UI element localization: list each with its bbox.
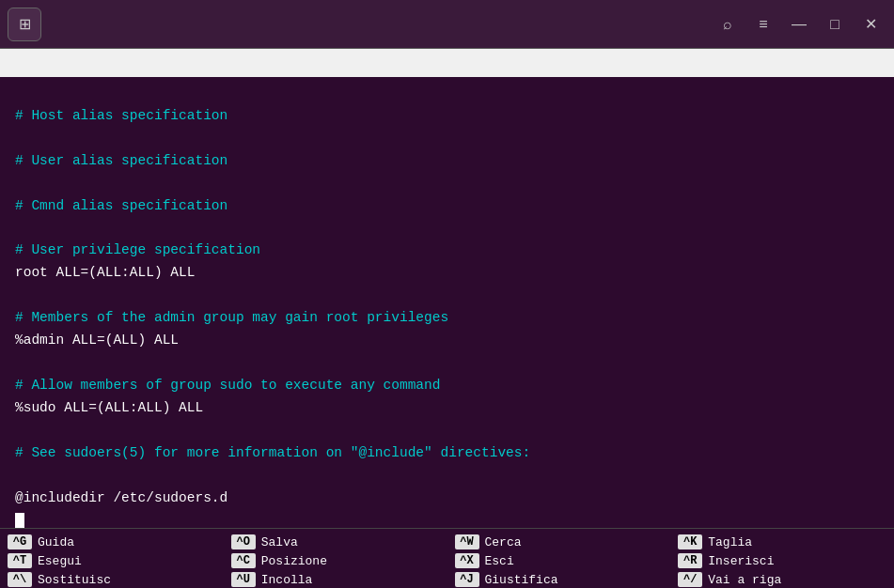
- maximize-button[interactable]: □: [819, 8, 851, 40]
- shortcut-item: ^TEsegui: [0, 551, 224, 570]
- titlebar-left: ⊞: [8, 8, 41, 41]
- text-cursor: [15, 513, 24, 528]
- minimize-icon: —: [792, 16, 807, 33]
- editor-comment-line: # User alias specification: [15, 150, 879, 173]
- editor-blank-line: [15, 128, 879, 150]
- search-icon: ⌕: [723, 16, 732, 33]
- shortcut-label: Giustifica: [485, 573, 558, 587]
- shortcut-label: Incolla: [261, 573, 313, 587]
- shortcut-item: ^UIncolla: [224, 570, 447, 588]
- editor-blank-line: [15, 420, 879, 442]
- shortcut-key: ^R: [678, 553, 702, 568]
- editor-blank-line: [15, 83, 879, 105]
- shortcut-label: Taglia: [708, 535, 752, 549]
- maximize-icon: □: [830, 16, 839, 33]
- shortcut-key: ^T: [8, 553, 32, 568]
- shortcut-item: ^CPosizione: [224, 551, 447, 570]
- editor-comment-line: # Allow members of group sudo to execute…: [15, 375, 879, 397]
- close-button[interactable]: ✕: [855, 8, 886, 40]
- shortcut-key: ^C: [231, 553, 256, 568]
- shortcut-item: ^WCerca: [447, 533, 671, 551]
- shortcut-label: Guida: [38, 535, 74, 549]
- nano-header: [0, 49, 894, 77]
- shortcut-item: ^JGiustifica: [447, 570, 671, 588]
- shortcut-label: Cerca: [485, 535, 522, 549]
- shortcut-key: ^W: [455, 534, 479, 549]
- editor-blank-line: [15, 285, 879, 307]
- shortcut-key: ^X: [455, 553, 479, 568]
- shortcut-item: ^OSalva: [224, 533, 447, 551]
- shortcut-label: Inserisci: [708, 554, 774, 568]
- editor-blank-line: [15, 352, 879, 375]
- shortcut-key: ^G: [8, 534, 32, 549]
- shortcut-key: ^K: [678, 534, 702, 549]
- shortcut-item: ^KTaglia: [670, 533, 894, 551]
- shortcut-key: ^U: [231, 572, 256, 587]
- editor-comment-line: # Host alias specification: [15, 105, 879, 128]
- shortcut-key: ^J: [455, 572, 479, 587]
- shortcut-item: ^GGuida: [0, 533, 224, 551]
- shortcut-key: ^O: [231, 534, 256, 549]
- shortcut-label: Posizione: [261, 554, 327, 568]
- menu-icon: ≡: [759, 16, 767, 33]
- window-controls: ⌕ ≡ — □ ✕: [712, 8, 886, 40]
- editor-comment-line: # Members of the admin group may gain ro…: [15, 307, 879, 330]
- editor-normal-line: %admin ALL=(ALL) ALL: [15, 330, 879, 352]
- shortcut-label: Esci: [485, 554, 514, 568]
- editor-blank-line: [15, 218, 879, 240]
- editor-normal-line: %sudo ALL=(ALL:ALL) ALL: [15, 397, 879, 420]
- editor-comment-line: # See sudoers(5) for more information on…: [15, 442, 879, 465]
- shortcut-label: Vai a riga: [708, 573, 781, 587]
- close-icon: ✕: [865, 15, 877, 33]
- editor-blank-line: [15, 465, 879, 487]
- shortcut-item: ^RInserisci: [670, 551, 894, 570]
- editor-comment-line: # User privilege specification: [15, 240, 879, 262]
- shortcut-key: ^\: [8, 572, 32, 587]
- editor-area[interactable]: # Host alias specification # User alias …: [0, 77, 894, 528]
- shortcut-key: ^/: [678, 572, 702, 587]
- shortcut-label: Esegui: [38, 554, 82, 568]
- editor-normal-line: root ALL=(ALL:ALL) ALL: [15, 262, 879, 285]
- shortcut-item: ^/Vai a riga: [670, 570, 894, 588]
- search-button[interactable]: ⌕: [712, 8, 744, 40]
- terminal-icon: ⊞: [19, 15, 31, 33]
- terminal-icon-button[interactable]: ⊞: [8, 8, 41, 41]
- editor-comment-line: # Cmnd alias specification: [15, 195, 879, 218]
- shortcut-item: ^XEsci: [447, 551, 671, 570]
- titlebar: ⊞ ⌕ ≡ — □ ✕: [0, 0, 894, 49]
- editor-normal-line: @includedir /etc/sudoers.d: [15, 487, 879, 510]
- minimize-button[interactable]: —: [783, 8, 815, 40]
- editor-blank-line: [15, 173, 879, 195]
- shortcut-label: Sostituisc: [38, 573, 111, 587]
- nano-footer: ^GGuida^OSalva^WCerca^KTaglia^TEsegui^CP…: [0, 528, 894, 588]
- shortcut-label: Salva: [261, 535, 298, 549]
- menu-button[interactable]: ≡: [747, 8, 779, 40]
- editor-cursor-line: [15, 510, 879, 528]
- shortcut-item: ^\Sostituisc: [0, 570, 224, 588]
